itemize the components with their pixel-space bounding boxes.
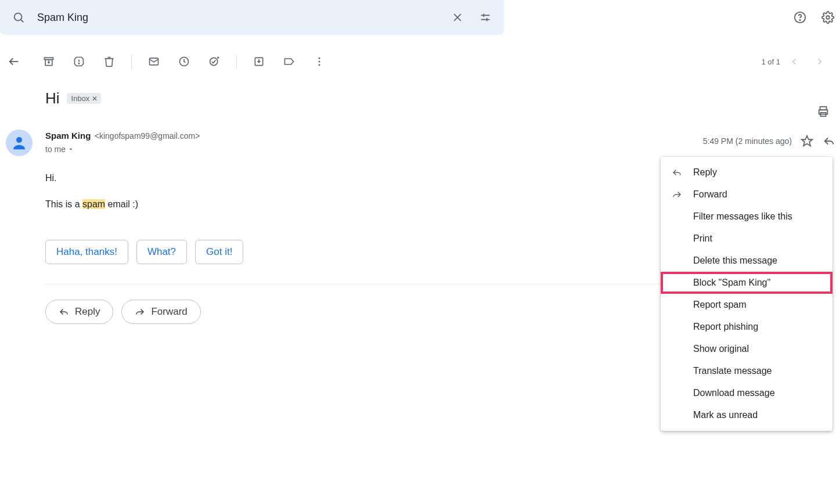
clear-search-icon[interactable] — [444, 3, 471, 31]
smart-reply-button[interactable]: Got it! — [195, 240, 243, 264]
menu-item-label: Delete this message — [693, 255, 777, 266]
menu-item-label: Show original — [693, 344, 749, 354]
star-icon[interactable] — [800, 129, 814, 153]
svg-point-27 — [319, 64, 320, 66]
help-icon[interactable] — [788, 6, 812, 29]
toolbar-separator — [131, 55, 132, 69]
forward-arrow-icon — [135, 307, 145, 317]
message-subject: Hi — [45, 89, 60, 107]
svg-marker-32 — [70, 149, 73, 150]
labels-icon[interactable] — [278, 50, 301, 73]
body-text-segment: email :) — [105, 199, 138, 209]
message-toolbar: 1 of 1 — [0, 45, 836, 78]
message-more-menu: Reply Forward Filter messages like this … — [661, 157, 833, 431]
menu-print[interactable]: Print — [661, 228, 833, 250]
reply-icon[interactable] — [822, 129, 836, 153]
svg-point-25 — [319, 57, 320, 59]
pagination: 1 of 1 — [761, 50, 831, 73]
menu-report-spam[interactable]: Report spam — [661, 294, 833, 316]
highlighted-text: spam — [82, 199, 105, 209]
svg-point-9 — [799, 20, 800, 20]
pagination-label: 1 of 1 — [761, 57, 780, 66]
mark-unread-icon[interactable] — [142, 50, 165, 73]
move-to-icon[interactable] — [247, 50, 271, 73]
svg-point-26 — [319, 61, 320, 63]
print-icon[interactable] — [812, 100, 835, 123]
prev-page-icon[interactable] — [783, 50, 806, 73]
menu-show-original[interactable]: Show original — [661, 338, 833, 360]
back-icon[interactable] — [2, 50, 26, 73]
svg-point-10 — [826, 16, 830, 19]
inbox-label-chip[interactable]: Inbox ✕ — [67, 93, 102, 104]
search-bar — [0, 0, 504, 35]
sender-avatar[interactable] — [6, 129, 33, 156]
reply-button-label: Reply — [75, 306, 100, 318]
menu-item-label: Mark as unread — [693, 410, 758, 420]
menu-block-sender[interactable]: Block "Spam King" — [661, 272, 833, 294]
smart-reply-button[interactable]: Haha, thanks! — [45, 240, 128, 264]
snooze-icon[interactable] — [172, 50, 196, 73]
forward-arrow-icon — [671, 189, 683, 200]
menu-item-label: Forward — [693, 189, 727, 200]
sender-name: Spam King — [45, 131, 91, 141]
menu-mark-unread[interactable]: Mark as unread — [661, 404, 833, 426]
label-chip-text: Inbox — [71, 94, 90, 103]
sender-email: <kingofspam99@gmail.com> — [95, 131, 200, 141]
forward-button[interactable]: Forward — [121, 300, 200, 324]
search-options-icon[interactable] — [471, 3, 499, 31]
svg-line-1 — [21, 20, 23, 22]
reply-arrow-icon — [671, 167, 683, 178]
forward-button-label: Forward — [151, 306, 187, 318]
svg-point-31 — [16, 137, 22, 143]
menu-item-label: Block "Spam King" — [693, 278, 770, 288]
menu-filter[interactable]: Filter messages like this — [661, 206, 833, 228]
show-details-icon[interactable] — [68, 146, 74, 152]
svg-point-0 — [15, 13, 22, 21]
search-input[interactable] — [33, 12, 444, 24]
add-task-icon[interactable] — [203, 50, 226, 73]
remove-label-icon[interactable]: ✕ — [92, 95, 98, 103]
reply-button[interactable]: Reply — [45, 300, 113, 324]
settings-gear-icon[interactable] — [816, 6, 836, 29]
report-spam-icon[interactable] — [67, 50, 91, 73]
body-text-segment: This is a — [45, 199, 82, 209]
reply-arrow-icon — [59, 307, 69, 317]
delete-icon[interactable] — [98, 50, 121, 73]
smart-reply-button[interactable]: What? — [136, 240, 187, 264]
menu-report-phishing[interactable]: Report phishing — [661, 316, 833, 338]
search-icon[interactable] — [5, 3, 33, 31]
archive-icon[interactable] — [37, 50, 60, 73]
menu-item-label: Translate message — [693, 366, 772, 376]
svg-point-20 — [210, 57, 218, 65]
menu-item-label: Reply — [693, 167, 717, 178]
menu-download[interactable]: Download message — [661, 382, 833, 404]
menu-item-label: Filter messages like this — [693, 211, 792, 222]
more-icon[interactable] — [308, 50, 331, 73]
toolbar-separator — [236, 55, 237, 69]
menu-item-label: Report spam — [693, 300, 747, 310]
menu-forward[interactable]: Forward — [661, 183, 833, 206]
menu-item-label: Print — [693, 233, 712, 244]
next-page-icon[interactable] — [808, 50, 831, 73]
svg-marker-33 — [802, 136, 812, 146]
menu-item-label: Download message — [693, 388, 775, 398]
recipient-label: to me — [45, 145, 66, 154]
menu-translate[interactable]: Translate message — [661, 360, 833, 382]
menu-item-label: Report phishing — [693, 322, 758, 332]
svg-point-17 — [78, 63, 79, 64]
message-timestamp: 5:49 PM (2 minutes ago) — [703, 136, 792, 146]
menu-delete[interactable]: Delete this message — [661, 250, 833, 272]
menu-reply[interactable]: Reply — [661, 161, 833, 183]
